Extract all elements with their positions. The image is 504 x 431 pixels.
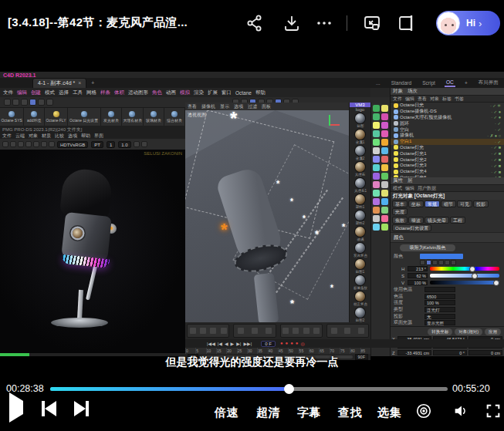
tool-group[interactable] (280, 324, 323, 338)
script-button[interactable]: 大理石材质 (122, 108, 144, 126)
attribute-tab[interactable]: 焦散 (392, 217, 408, 224)
search-button[interactable]: 查找 (338, 406, 362, 420)
script-button[interactable]: 玻璃材质 (144, 108, 164, 126)
visibility-toggles[interactable]: · ✗ ● ○ (487, 133, 501, 138)
menu-item[interactable]: 创建 (31, 89, 41, 96)
hsv-value-field[interactable]: 62 % (408, 273, 428, 278)
palette-tool-icon[interactable] (373, 173, 380, 180)
palette-tool-icon[interactable] (381, 190, 388, 197)
palette-tool-icon[interactable] (373, 164, 380, 171)
material-item[interactable]: 贴图1 (350, 259, 370, 274)
record-button[interactable]: ● (290, 341, 293, 346)
palette-tool-icon[interactable] (381, 139, 388, 146)
menu-item[interactable]: 渲染 (194, 89, 204, 96)
colorspace-select[interactable]: HDTVsRGB (57, 141, 88, 148)
palette-tool-icon[interactable] (381, 147, 388, 154)
attribute-value-field[interactable]: 显示光照 (425, 320, 455, 325)
palette-tool-icon[interactable] (373, 207, 380, 214)
attribute-tab[interactable]: Octane灯光设置 (392, 224, 431, 231)
position-field[interactable]: -33.4931 cm (397, 350, 431, 355)
menu-item[interactable]: 文件 (393, 96, 402, 103)
record-button[interactable]: ◎ (300, 341, 304, 346)
menu-item[interactable]: 选择 (59, 89, 69, 96)
viewport[interactable]: 透视视图 * * * * * * * * * * (185, 110, 349, 322)
script-button[interactable]: Octane SYS (0, 108, 24, 126)
palette-tool-icon[interactable] (373, 139, 380, 146)
hsv-slider[interactable] (430, 281, 499, 285)
passes-field[interactable]: 1 (107, 141, 115, 148)
menu-item[interactable]: Octane (235, 90, 252, 96)
palette-tool-icon[interactable] (373, 181, 380, 188)
menu-item[interactable]: 用户数据 (418, 185, 436, 192)
next-episode-button[interactable] (74, 401, 89, 416)
palette-tool-icon[interactable] (373, 147, 380, 154)
attribute-tab[interactable]: 可见 (457, 200, 472, 207)
layout-tab[interactable]: Script (421, 79, 437, 86)
menu-item[interactable]: 过滤 (248, 103, 257, 110)
kelvin-snap-button[interactable]: 吸附为Kelvin颜色 (400, 244, 455, 251)
menu-item[interactable]: 体积 (114, 89, 124, 96)
menu-item[interactable]: 编辑 (405, 185, 414, 192)
kernel-select[interactable]: PT (91, 141, 103, 148)
visibility-toggles[interactable]: · ✓ (495, 121, 501, 126)
palette-tool-icon[interactable] (381, 173, 388, 180)
episodes-button[interactable]: 选集 (377, 406, 401, 420)
color-section-header[interactable]: 颜色 (391, 232, 504, 243)
palette-tool-icon[interactable] (381, 215, 388, 222)
current-frame-field[interactable]: 0 F (261, 341, 276, 347)
attribute-tab[interactable]: 光度 (392, 208, 408, 215)
script-button[interactable]: 综合材质 (164, 108, 185, 126)
subtitle-button[interactable]: 字幕 (297, 406, 321, 420)
visibility-toggles[interactable]: · ✓ ■ (491, 145, 501, 150)
menu-item[interactable]: 帮助 (255, 89, 266, 96)
material-item[interactable]: 贴图2 (350, 308, 370, 322)
layout-tab[interactable]: 布局界面 (477, 79, 500, 87)
menu-item[interactable]: 文件 (3, 89, 13, 96)
visibility-toggles[interactable]: · ✓ (495, 127, 501, 132)
palette-tool-icon[interactable] (373, 122, 380, 129)
record-button[interactable]: ● (286, 341, 289, 346)
material-item[interactable]: 塑料2 (350, 210, 370, 225)
quality-button[interactable]: 超清 (256, 406, 280, 420)
menu-item[interactable]: 查看 (188, 103, 197, 110)
material-sub[interactable]: logo (350, 107, 370, 112)
visibility-toggles[interactable]: · ✓ ■ (491, 170, 501, 174)
menu-item[interactable]: 面板 (262, 103, 271, 110)
menu-item[interactable]: 编辑 (17, 89, 27, 96)
record-button[interactable]: ● (280, 341, 283, 346)
size-field[interactable]: 0 cm (468, 350, 502, 355)
add-tab-button[interactable]: + (91, 80, 94, 86)
script-button[interactable]: Octane 日光设置 (68, 108, 100, 126)
prev-episode-button[interactable] (42, 401, 56, 416)
speed-button[interactable]: 倍速 (215, 406, 238, 420)
hsv-value-field[interactable]: 100 % (408, 280, 428, 285)
document-tab[interactable]: 4-1 - 副本.c4d *× (32, 78, 86, 89)
mini-player-icon[interactable] (397, 14, 415, 32)
attribute-value-field[interactable]: 无 (425, 314, 455, 319)
menu-item[interactable]: 网格 (86, 89, 96, 96)
palette-tool-icon[interactable] (381, 164, 388, 171)
visibility-toggles[interactable]: · ✓ ● (491, 109, 501, 114)
visibility-toggles[interactable]: · ✓ ■ (491, 163, 501, 168)
palette-tool-icon[interactable] (373, 130, 380, 137)
attribute-tab[interactable]: 常规 (425, 200, 440, 207)
video-frame[interactable]: C4D R2023.1 4-1 - 副本.c4d *× + ...Standar… (0, 46, 504, 376)
attribute-value-field[interactable] (425, 287, 455, 292)
attribute-tab[interactable]: 工程 (450, 217, 465, 224)
rotation-field[interactable]: 0 ° (433, 350, 467, 355)
menu-item[interactable]: 运动图形 (128, 89, 148, 96)
script-button[interactable]: add环境 (24, 108, 45, 126)
transport-button[interactable]: ▶▶| (243, 341, 252, 346)
hsv-slider[interactable] (430, 267, 499, 271)
share-icon[interactable] (245, 14, 264, 32)
palette-tool-icon[interactable] (381, 156, 388, 163)
transport-button[interactable]: |◀ (218, 341, 222, 346)
menu-item[interactable]: 角色 (152, 89, 162, 96)
assistant-button[interactable]: Hi › (436, 11, 500, 35)
scale-field[interactable]: 1.0 (118, 141, 130, 148)
layout-tab[interactable]: + (463, 79, 469, 86)
menu-item[interactable]: 窗口 (222, 89, 232, 96)
transport-button[interactable]: |◀◀ (207, 341, 215, 346)
play-button[interactable] (9, 401, 23, 415)
visibility-toggles[interactable]: · ✓ ■ (491, 151, 501, 156)
